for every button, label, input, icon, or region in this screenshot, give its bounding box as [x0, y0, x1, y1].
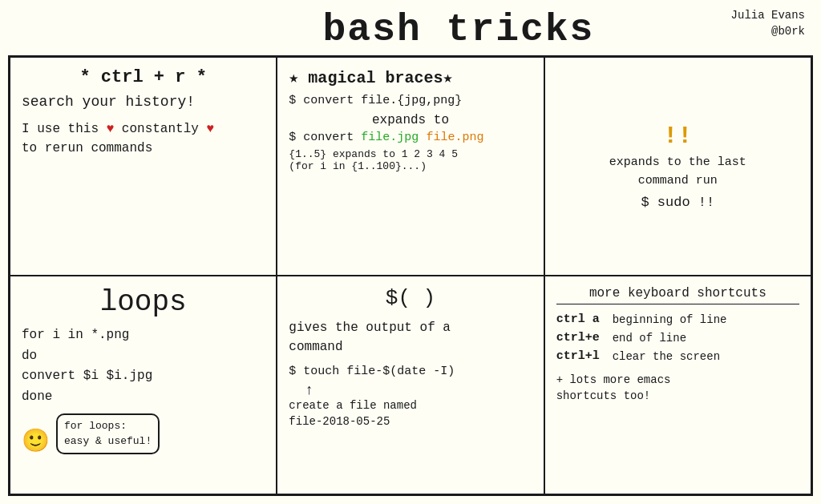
braces-result-pre: $ convert: [289, 131, 361, 144]
loops-title: loops: [22, 286, 265, 319]
shortcut-desc-ctrla: beginning of line: [613, 313, 727, 326]
braces-title: ★ magical braces★: [289, 67, 532, 87]
author-handle: @b0rk: [709, 24, 805, 40]
dollar-arrow-icon: ↑: [305, 382, 532, 398]
shortcut-row-ctrla: ctrl a beginning of line: [556, 312, 799, 326]
cell-magical-braces: ★ magical braces★ $ convert file.{jpg,pn…: [277, 57, 544, 276]
exclaim-symbol: !!: [663, 123, 692, 150]
ctrl-r-desc: I use this ♥ constantly ♥ to rerun comma…: [22, 119, 214, 158]
author-info: Julia Evans @b0rk: [709, 8, 805, 39]
ctrl-r-desc-line1: I use this ♥ constantly ♥: [22, 119, 214, 139]
cell-dollar-paren: $( ) gives the output of acommand $ touc…: [277, 276, 544, 494]
ctrl-r-desc-line2: to rerun commands: [22, 139, 214, 158]
exclaim-code: $ sudo !!: [641, 195, 714, 210]
heart-icon-2: ♥: [206, 122, 214, 136]
cell-keyboard-shortcuts: more keyboard shortcuts ctrl a beginning…: [544, 276, 811, 494]
page-container: bash tricks Julia Evans @b0rk * ctrl + r…: [0, 0, 821, 504]
shortcut-desc-ctrle: end of line: [613, 332, 686, 345]
shortcut-row-ctrll: ctrl+l clear the screen: [556, 349, 799, 363]
loops-code-line1: for i in *.png: [22, 325, 265, 346]
dollar-desc: gives the output of acommand: [289, 318, 532, 357]
loops-bubble-line1: for loops:: [64, 419, 152, 433]
author-name: Julia Evans: [709, 8, 805, 24]
shortcut-key-ctrla: ctrl a: [556, 312, 613, 326]
title-row: bash tricks Julia Evans @b0rk: [8, 8, 813, 55]
dollar-result-line1: create a file named: [289, 398, 532, 414]
braces-result: $ convert file.jpg file.png: [289, 131, 532, 144]
cell-ctrl-r: * ctrl + r * search your history! I use …: [10, 57, 277, 276]
cell-loops: loops for i in *.png do convert $i $i.jp…: [10, 276, 277, 494]
dollar-result-line2: file-2018-05-25: [289, 414, 532, 430]
dollar-result: create a file named file-2018-05-25: [289, 398, 532, 429]
braces-note-2: (for i in {1..100}...): [289, 160, 532, 172]
braces-note-1: {1..5} expands to 1 2 3 4 5: [289, 148, 532, 160]
dollar-title: $( ): [289, 286, 532, 310]
shortcut-row-ctrle: ctrl+e end of line: [556, 331, 799, 345]
shortcut-desc-ctrll: clear the screen: [613, 350, 720, 363]
loops-bottom: 🙂 for loops: easy & useful!: [22, 413, 265, 454]
braces-result-orange: file.png: [426, 131, 483, 144]
loops-bubble: for loops: easy & useful!: [56, 413, 160, 454]
heart-icon-1: ♥: [107, 122, 115, 136]
dollar-code: $ touch file-$(date -I): [289, 365, 532, 378]
braces-code-1: $ convert file.{jpg,png}: [289, 94, 532, 107]
shortcuts-more: + lots more emacsshortcuts too!: [556, 373, 799, 404]
braces-expands: expands to: [289, 113, 532, 127]
braces-result-green: file.jpg: [361, 131, 419, 144]
cell-exclaim: !! expands to the lastcommand run $ sudo…: [544, 57, 811, 276]
loops-code: for i in *.png do convert $i $i.jpg done: [22, 325, 265, 407]
page-title: bash tricks: [112, 8, 709, 51]
shortcut-key-ctrle: ctrl+e: [556, 331, 613, 345]
ctrl-r-title: * ctrl + r *: [22, 67, 265, 87]
exclaim-desc: expands to the lastcommand run: [609, 154, 746, 190]
shortcuts-title: more keyboard shortcuts: [556, 286, 799, 304]
stick-figure-icon: 🙂: [22, 427, 50, 454]
ctrl-r-subtitle: search your history!: [22, 94, 195, 110]
loops-code-line2: do: [22, 346, 265, 367]
shortcut-key-ctrll: ctrl+l: [556, 349, 613, 363]
loops-bubble-line2: easy & useful!: [64, 434, 152, 449]
loops-code-line4: done: [22, 387, 265, 408]
loops-code-line3: convert $i $i.jpg: [22, 366, 265, 387]
grid-container: * ctrl + r * search your history! I use …: [8, 55, 813, 496]
